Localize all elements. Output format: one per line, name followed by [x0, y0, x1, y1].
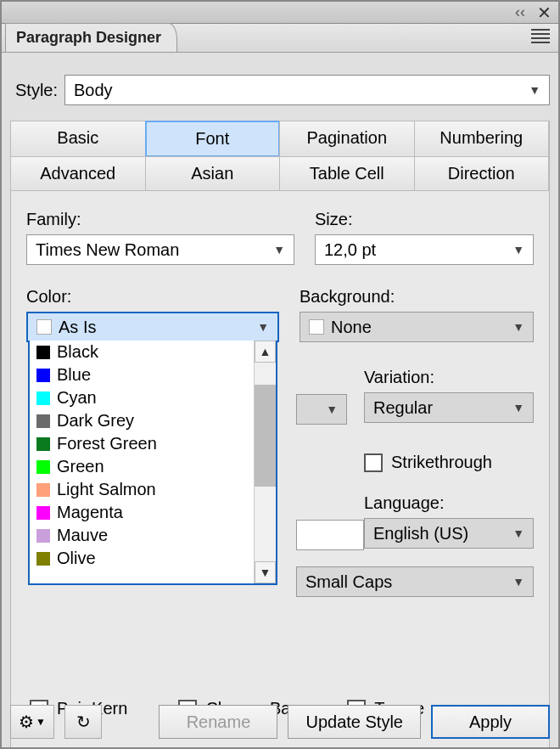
- scroll-thumb[interactable]: [255, 385, 276, 487]
- size-value: 12,0 pt: [324, 240, 376, 260]
- color-list-scrollbar[interactable]: ▲ ▼: [254, 341, 276, 583]
- color-option-label: Dark Grey: [57, 411, 134, 431]
- chevron-down-icon: ▼: [512, 527, 524, 540]
- chevron-down-icon: ▼: [529, 83, 540, 97]
- color-swatch-icon: [36, 391, 50, 405]
- family-value: Times New Roman: [36, 240, 179, 260]
- refresh-button[interactable]: ↻: [64, 705, 102, 739]
- color-dropdown[interactable]: As Is ▼ BlackBlueCyanDark GreyForest Gre…: [26, 312, 279, 342]
- background-swatch-icon: [309, 319, 324, 335]
- language-dropdown[interactable]: English (US) ▼: [364, 518, 534, 549]
- tab-basic[interactable]: Basic: [10, 121, 146, 157]
- chevron-down-icon: ▼: [273, 243, 285, 256]
- color-option-label: Mauve: [57, 526, 108, 545]
- background-label: Background:: [300, 287, 534, 307]
- tab-direction[interactable]: Direction: [414, 156, 550, 191]
- background-dropdown[interactable]: None ▼: [300, 312, 534, 342]
- color-swatch-icon: [36, 506, 50, 520]
- scroll-up-icon[interactable]: ▲: [255, 341, 276, 363]
- color-swatch-icon: [36, 460, 50, 474]
- color-option-label: Cyan: [57, 388, 97, 408]
- size-dropdown[interactable]: 12,0 pt ▼: [315, 234, 534, 265]
- color-swatch-icon: [36, 529, 50, 543]
- color-option[interactable]: Black: [30, 341, 254, 363]
- tab-pagination[interactable]: Pagination: [279, 121, 415, 157]
- color-option[interactable]: Mauve: [30, 524, 254, 547]
- tab-table-cell[interactable]: Table Cell: [279, 156, 415, 191]
- designer-panel: Basic Font Pagination Numbering Advanced…: [10, 121, 550, 749]
- color-swatch-icon: [36, 414, 50, 428]
- chevron-down-icon: ▼: [512, 320, 524, 334]
- color-swatch-icon: [36, 483, 50, 497]
- tab-asian[interactable]: Asian: [145, 156, 281, 191]
- color-swatch-icon: [36, 552, 50, 566]
- language-value: English (US): [373, 524, 468, 543]
- chevron-down-icon: ▼: [512, 243, 524, 256]
- color-label: Color:: [26, 287, 279, 307]
- update-style-button[interactable]: Update Style: [288, 705, 421, 739]
- refresh-icon: ↻: [76, 712, 91, 732]
- color-option-label: Forest Green: [57, 434, 157, 453]
- color-swatch-icon: [36, 319, 52, 335]
- scroll-track[interactable]: [255, 363, 276, 561]
- chevron-down-icon: ▼: [326, 403, 338, 416]
- subtab-row-1: Basic Font Pagination Numbering Advanced…: [11, 121, 549, 191]
- color-swatch-icon: [36, 346, 50, 359]
- panel-tab-paragraph-designer[interactable]: Paragraph Designer: [5, 23, 177, 52]
- color-option-label: Black: [57, 342, 98, 362]
- window-titlebar: ‹‹ ✕: [2, 2, 558, 24]
- close-icon[interactable]: ✕: [537, 3, 552, 23]
- color-option[interactable]: Dark Grey: [30, 409, 254, 432]
- color-option[interactable]: Blue: [30, 363, 254, 386]
- smallcaps-value: Small Caps: [305, 572, 392, 592]
- gear-icon: ⚙: [19, 712, 34, 732]
- color-option-label: Light Salmon: [57, 480, 156, 499]
- tab-advanced[interactable]: Advanced: [10, 156, 146, 191]
- color-option[interactable]: Light Salmon: [30, 478, 254, 501]
- panel-tabstrip: Paragraph Designer: [2, 24, 558, 53]
- color-swatch-icon: [36, 369, 50, 382]
- variation-dropdown[interactable]: Regular ▼: [364, 392, 534, 423]
- scroll-down-icon[interactable]: ▼: [255, 561, 276, 583]
- color-value: As Is: [59, 318, 96, 337]
- color-option-label: Magenta: [57, 503, 123, 522]
- color-option[interactable]: Olive: [30, 547, 254, 570]
- apply-button[interactable]: Apply: [431, 705, 550, 739]
- collapse-chevrons-icon[interactable]: ‹‹: [515, 3, 525, 21]
- settings-menu-button[interactable]: ⚙ ▼: [10, 705, 54, 739]
- color-option-label: Green: [57, 457, 104, 476]
- strikethrough-checkbox[interactable]: Strikethrough: [364, 453, 534, 472]
- style-label: Style:: [15, 81, 58, 100]
- numeric-input[interactable]: [296, 520, 364, 550]
- size-label: Size:: [315, 210, 534, 229]
- color-option[interactable]: Cyan: [30, 386, 254, 409]
- language-label: Language:: [364, 493, 534, 513]
- family-dropdown[interactable]: Times New Roman ▼: [26, 234, 294, 265]
- tab-numbering[interactable]: Numbering: [414, 121, 550, 157]
- checkbox-icon: [364, 453, 383, 472]
- hidden-left-dropdown[interactable]: ▼: [296, 394, 347, 425]
- panel-menu-icon[interactable]: [531, 29, 550, 43]
- background-value: None: [331, 318, 372, 337]
- color-dropdown-list: BlackBlueCyanDark GreyForest GreenGreenL…: [28, 341, 277, 585]
- rename-button[interactable]: Rename: [159, 705, 277, 739]
- footer-bar: ⚙ ▼ ↻ Rename Update Style Apply: [10, 705, 550, 739]
- smallcaps-dropdown[interactable]: Small Caps ▼: [296, 566, 534, 597]
- variation-label: Variation:: [364, 368, 534, 387]
- color-option[interactable]: Forest Green: [30, 432, 254, 455]
- color-option-label: Blue: [57, 365, 91, 385]
- style-value: Body: [74, 81, 113, 100]
- color-option[interactable]: Magenta: [30, 501, 254, 524]
- chevron-down-icon: ▼: [512, 401, 524, 414]
- chevron-down-icon: ▼: [257, 320, 269, 334]
- chevron-down-icon: ▼: [512, 575, 524, 588]
- style-dropdown[interactable]: Body ▼: [64, 75, 550, 105]
- color-option-label: Olive: [57, 549, 96, 568]
- variation-value: Regular: [373, 398, 433, 418]
- family-label: Family:: [26, 210, 294, 229]
- color-swatch-icon: [36, 437, 50, 451]
- strikethrough-label: Strikethrough: [391, 453, 492, 472]
- tab-font[interactable]: Font: [145, 121, 281, 157]
- caret-down-icon: ▼: [36, 716, 46, 728]
- color-option[interactable]: Green: [30, 455, 254, 478]
